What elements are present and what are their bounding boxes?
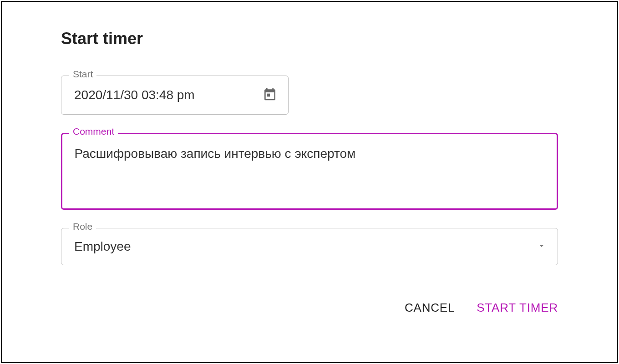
cancel-button[interactable]: CANCEL: [405, 297, 455, 318]
comment-field-outline[interactable]: Расшифровываю запись интервью с эксперто…: [61, 133, 558, 210]
dialog-title: Start timer: [61, 29, 558, 48]
start-timer-dialog: Start timer Start Comment Расшифровываю …: [2, 2, 617, 318]
start-field: Start: [61, 76, 289, 115]
start-field-outline[interactable]: [61, 76, 289, 115]
comment-field-label: Comment: [69, 126, 118, 136]
chevron-down-icon: [537, 241, 547, 253]
dialog-actions: CANCEL START TIMER: [61, 297, 558, 318]
start-field-label: Start: [69, 69, 96, 79]
role-field: Role Employee: [61, 228, 558, 265]
start-timer-button[interactable]: START TIMER: [477, 297, 558, 318]
comment-input[interactable]: Расшифровываю запись интервью с эксперто…: [75, 145, 547, 198]
role-value: Employee: [74, 239, 537, 254]
comment-field: Comment Расшифровываю запись интервью с …: [61, 133, 558, 210]
svg-rect-0: [267, 94, 270, 97]
role-select[interactable]: Employee: [61, 228, 558, 265]
start-input[interactable]: [74, 88, 255, 102]
calendar-icon[interactable]: [263, 87, 277, 103]
dialog-frame: Start timer Start Comment Расшифровываю …: [1, 1, 618, 363]
role-field-label: Role: [69, 222, 96, 231]
